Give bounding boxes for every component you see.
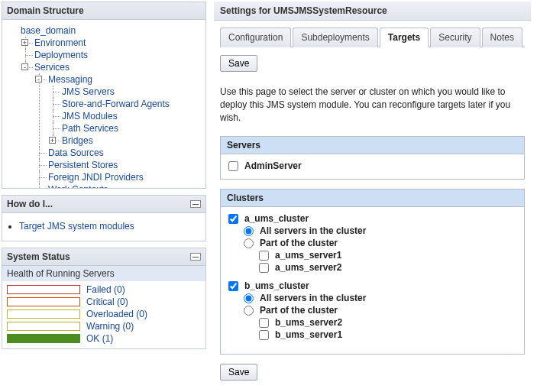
page-hint: Use this page to select the server or cl… — [220, 86, 525, 124]
tree-node-path-services[interactable]: Path Services — [62, 123, 118, 134]
cluster-radio-all[interactable] — [244, 226, 254, 236]
cluster-server-row[interactable]: a_ums_server1 — [259, 250, 516, 261]
tree-node-base-domain[interactable]: base_domain — [21, 25, 76, 36]
cluster-checkbox[interactable] — [228, 281, 238, 291]
status-label[interactable]: OK (1) — [86, 333, 113, 344]
cluster-server-checkbox[interactable] — [259, 251, 269, 261]
cluster-server-checkbox[interactable] — [259, 330, 269, 340]
tree-item: Work Contexts — [34, 183, 201, 188]
tree-item: Data Sources — [34, 147, 201, 159]
tree-node-jms-modules[interactable]: JMS Modules — [62, 111, 118, 121]
cluster-radio-all[interactable] — [244, 293, 254, 303]
cluster-option-all[interactable]: All servers in the cluster — [244, 293, 516, 303]
tab-security[interactable]: Security — [430, 28, 480, 47]
server-checkbox[interactable] — [228, 161, 238, 171]
cluster-radio-part[interactable] — [244, 238, 254, 248]
cluster-server-name: b_ums_server1 — [275, 329, 342, 340]
cluster-option-all[interactable]: All servers in the cluster — [244, 225, 516, 236]
cluster-option-label: Part of the cluster — [260, 305, 338, 316]
cluster-row[interactable]: a_ums_cluster — [228, 213, 516, 224]
expand-icon[interactable]: + — [49, 137, 56, 144]
system-status-subtitle: Health of Running Servers — [2, 266, 205, 281]
status-bar — [7, 309, 80, 319]
cluster-group: b_ums_clusterAll servers in the clusterP… — [228, 280, 516, 340]
tree-node-bridges[interactable]: Bridges — [62, 135, 93, 146]
status-bar — [7, 334, 80, 343]
tree-node-environment[interactable]: Environment — [34, 37, 86, 48]
cluster-server-checkbox[interactable] — [259, 318, 269, 328]
status-bar — [7, 322, 80, 331]
status-row: Warning (0) — [7, 321, 201, 332]
settings-panel: Settings for UMSJMSSystemResource Config… — [214, 2, 535, 387]
tree-node-persistent-stores[interactable]: Persistent Stores — [48, 160, 118, 170]
cluster-server-row[interactable]: b_ums_server1 — [259, 329, 516, 340]
status-label[interactable]: Warning (0) — [86, 321, 134, 332]
tab-subdeployments[interactable]: Subdeployments — [293, 28, 377, 47]
tree-item: Path Services — [48, 122, 201, 134]
howdoi-item: Target JMS system modules — [19, 221, 202, 232]
system-status-panel: System Status Health of Running Servers … — [2, 248, 206, 349]
howdoi-title: How do I... — [7, 199, 53, 209]
clusters-section: Clusters a_ums_clusterAll servers in the… — [220, 189, 525, 355]
tab-targets[interactable]: Targets — [380, 28, 429, 47]
status-row: OK (1) — [7, 333, 201, 344]
cluster-radio-part[interactable] — [244, 306, 254, 316]
tree-node-saf-agents[interactable]: Store-and-Forward Agents — [62, 99, 170, 109]
howdoi-body: Target JMS system modules — [2, 213, 205, 241]
cluster-server-name: b_ums_server2 — [275, 317, 342, 328]
tab-notes[interactable]: Notes — [482, 28, 522, 47]
domain-structure-panel: Domain Structure base_domain + Environme… — [2, 2, 206, 189]
domain-structure-header: Domain Structure — [2, 2, 205, 20]
system-status-header: System Status — [2, 248, 205, 266]
collapse-icon[interactable]: - — [21, 63, 28, 70]
cluster-option-label: Part of the cluster — [260, 238, 338, 248]
tree-node-foreign-jndi[interactable]: Foreign JNDI Providers — [48, 172, 144, 183]
cluster-row[interactable]: b_ums_cluster — [228, 280, 516, 291]
tree-item: Store-and-Forward Agents — [48, 98, 201, 110]
cluster-server-name: a_ums_server1 — [275, 250, 341, 261]
cluster-option-label: All servers in the cluster — [260, 293, 366, 303]
tree-item: JMS Servers — [48, 86, 201, 98]
save-button-bottom[interactable]: Save — [220, 364, 257, 381]
collapse-icon[interactable] — [190, 200, 201, 208]
status-label[interactable]: Critical (0) — [86, 296, 128, 307]
tree-node-data-sources[interactable]: Data Sources — [48, 147, 104, 158]
servers-header: Servers — [221, 137, 524, 154]
tree-item: JMS Modules — [48, 110, 201, 122]
tab-configuration[interactable]: Configuration — [220, 28, 291, 47]
cluster-group: a_ums_clusterAll servers in the clusterP… — [228, 213, 516, 273]
domain-structure-title: Domain Structure — [7, 5, 84, 16]
tree-node-deployments[interactable]: Deployments — [34, 50, 88, 60]
collapse-icon[interactable] — [190, 253, 201, 261]
server-row[interactable]: AdminServer — [228, 160, 516, 171]
cluster-checkbox[interactable] — [228, 214, 238, 224]
status-rows: Failed (0)Critical (0)Overloaded (0)Warn… — [2, 281, 205, 348]
save-button-top[interactable]: Save — [220, 55, 257, 72]
tree-node-jms-servers[interactable]: JMS Servers — [62, 86, 115, 97]
collapse-icon[interactable]: - — [35, 76, 42, 83]
cluster-server-row[interactable]: a_ums_server2 — [259, 262, 516, 273]
cluster-server-checkbox[interactable] — [259, 263, 269, 273]
expand-icon[interactable]: + — [21, 39, 28, 46]
cluster-option-part[interactable]: Part of the cluster — [244, 305, 516, 316]
status-label[interactable]: Failed (0) — [86, 284, 125, 295]
tree-item: Deployments — [21, 49, 201, 61]
howdoi-header: How do I... — [2, 196, 205, 213]
tree-node-messaging[interactable]: Messaging — [48, 74, 92, 85]
tree-node-work-contexts[interactable]: Work Contexts — [48, 184, 108, 188]
tree-item: Persistent Stores — [34, 159, 201, 171]
tree-item: + Environment — [21, 37, 201, 49]
status-row: Overloaded (0) — [7, 309, 201, 319]
domain-tree-scroll[interactable]: base_domain + Environment Deployments — [2, 20, 205, 188]
cluster-server-row[interactable]: b_ums_server2 — [259, 317, 516, 328]
status-label[interactable]: Overloaded (0) — [86, 309, 147, 319]
cluster-option-part[interactable]: Part of the cluster — [244, 238, 516, 248]
tree-item: - Services - Messaging JMS Servers — [21, 61, 201, 188]
tree-node-services[interactable]: Services — [34, 62, 70, 73]
system-status-title: System Status — [7, 251, 70, 262]
tree-item: + Bridges — [48, 134, 201, 147]
clusters-header: Clusters — [221, 190, 524, 207]
howdoi-link[interactable]: Target JMS system modules — [19, 221, 134, 232]
tab-bar: ConfigurationSubdeploymentsTargetsSecuri… — [220, 27, 525, 47]
status-bar — [7, 285, 80, 294]
